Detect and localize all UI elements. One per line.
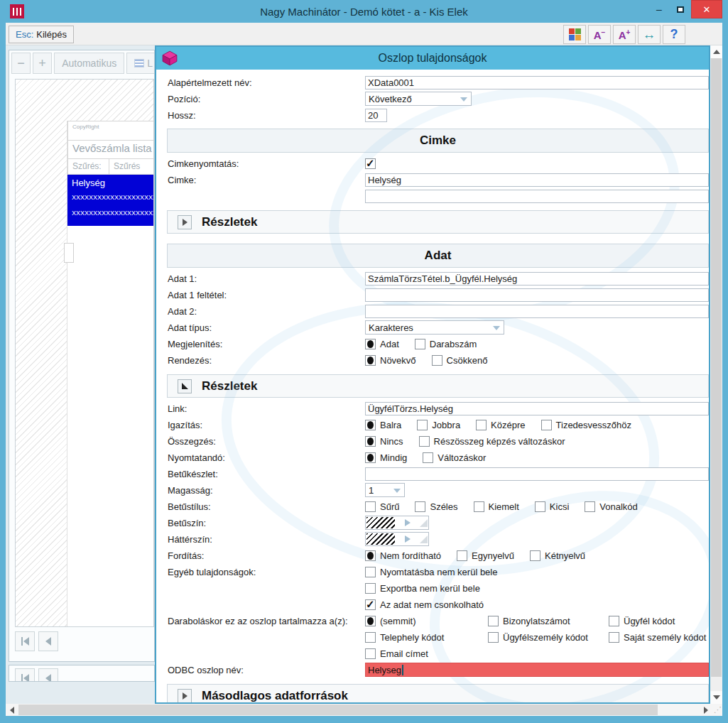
checkbox-icon[interactable] xyxy=(530,550,540,561)
option-email-cimet[interactable]: Email címet xyxy=(365,648,428,659)
checkbox-icon[interactable] xyxy=(457,550,467,561)
expand-button[interactable] xyxy=(178,689,192,703)
option-csokkeno[interactable]: Csökkenő xyxy=(432,355,488,366)
default-name-input[interactable] xyxy=(365,76,709,89)
option-kiemelt[interactable]: Kiemelt xyxy=(474,501,519,512)
zoom-in-button[interactable]: + xyxy=(33,53,52,74)
option-novekvo[interactable]: Növekvő xyxy=(365,355,416,366)
checkbox-icon[interactable] xyxy=(432,355,442,366)
radio-icon[interactable] xyxy=(365,550,376,561)
selected-column-block[interactable]: Helység XXXXXXXXXXXXXXXXXXXXXXXXXXXXXXXX… xyxy=(67,175,154,226)
minimize-button[interactable]: – xyxy=(648,0,670,18)
checkbox-icon[interactable] xyxy=(419,436,430,447)
option-darabszam[interactable]: Darabszám xyxy=(415,339,477,349)
help-button[interactable]: ? xyxy=(663,25,685,44)
checkbox-icon[interactable] xyxy=(365,632,376,643)
checkbox-icon[interactable] xyxy=(474,501,484,512)
option-adat[interactable]: Adat xyxy=(365,339,399,349)
option-balra[interactable]: Balra xyxy=(365,420,401,430)
scroll-down-button[interactable] xyxy=(710,691,722,704)
option-exportba-nem[interactable]: Exportba nem kerül bele xyxy=(365,583,480,594)
first-page-button[interactable] xyxy=(15,668,35,682)
option-kicsi[interactable]: Kicsi xyxy=(535,501,569,512)
option-sajat-szemely-kodot[interactable]: Saját személy kódot xyxy=(609,632,706,643)
list-view-button[interactable]: L xyxy=(126,53,155,74)
font-color-picker[interactable] xyxy=(365,516,429,530)
option-jobbra[interactable]: Jobbra xyxy=(417,420,460,430)
option-ketnyelvu[interactable]: Kétnyelvű xyxy=(530,550,585,561)
first-page-button[interactable] xyxy=(15,631,35,651)
report-page-preview[interactable]: CopyRight Vevőszámla lista Szűrés: Szűré… xyxy=(15,79,154,627)
option-tizedesvesszohoz[interactable]: Tizedesvesszőhöz xyxy=(541,420,631,430)
data2-input[interactable] xyxy=(365,305,709,318)
option-suru[interactable]: Sűrű xyxy=(365,501,399,512)
option-kozepre[interactable]: Középre xyxy=(476,420,525,430)
checkbox-icon[interactable] xyxy=(585,501,595,512)
radio-icon[interactable] xyxy=(365,436,376,447)
checkbox-icon[interactable] xyxy=(365,583,376,594)
option-semmit[interactable]: (semmit) xyxy=(365,616,472,626)
data-type-dropdown[interactable]: Karakteres xyxy=(365,320,504,335)
label-text2-input[interactable] xyxy=(365,190,709,203)
checkbox-icon[interactable] xyxy=(417,420,428,430)
link-input[interactable] xyxy=(365,402,709,415)
auto-zoom-button[interactable]: Automatikus xyxy=(54,53,124,74)
option-ugyfelszemely-kodot[interactable]: Ügyfélszemély kódot xyxy=(488,632,593,643)
close-button[interactable]: ✕ xyxy=(691,0,722,18)
data1-cond-input[interactable] xyxy=(365,288,709,302)
option-nem-fordithato[interactable]: Nem fordítható xyxy=(365,550,441,561)
dialog-header[interactable]: Oszlop tulajdonságok xyxy=(156,47,709,70)
checkbox-icon[interactable] xyxy=(365,648,376,659)
exit-button[interactable]: Esc: Kilépés xyxy=(9,26,74,43)
radio-icon[interactable] xyxy=(365,355,376,366)
checkbox-icon[interactable] xyxy=(609,616,619,626)
position-dropdown[interactable]: Következő xyxy=(365,92,472,106)
radio-icon[interactable] xyxy=(365,420,376,430)
expand-button[interactable] xyxy=(178,215,192,229)
radio-icon[interactable] xyxy=(365,339,376,349)
horizontal-scrollbar[interactable]: ⋰ xyxy=(6,704,722,716)
checkbox-icon[interactable] xyxy=(541,420,552,430)
scroll-right-button[interactable] xyxy=(700,704,712,716)
prev-page-button[interactable] xyxy=(38,631,58,651)
option-reszosszeg[interactable]: Részösszeg képzés változáskor xyxy=(419,436,565,447)
checkbox-icon[interactable] xyxy=(488,632,499,643)
option-egynyelvu[interactable]: Egynyelvű xyxy=(457,550,514,561)
vertical-scrollbar[interactable] xyxy=(710,45,722,704)
report-title-cell[interactable]: Vevőszámla lista xyxy=(67,140,154,158)
data1-input[interactable] xyxy=(365,272,709,286)
checkbox-icon[interactable] xyxy=(476,420,487,430)
checkbox-icon[interactable] xyxy=(535,501,545,512)
checkbox-icon[interactable] xyxy=(488,616,499,626)
checkbox-icon[interactable] xyxy=(415,339,425,349)
checkbox-icon[interactable] xyxy=(609,632,619,643)
option-mindig[interactable]: Mindig xyxy=(365,452,407,463)
option-bizonylatszamot[interactable]: Bizonylatszámot xyxy=(488,616,593,626)
back-color-picker[interactable] xyxy=(365,532,429,546)
scroll-up-button[interactable] xyxy=(710,45,722,58)
label-print-checkbox[interactable] xyxy=(365,158,376,169)
checkbox-icon[interactable] xyxy=(365,567,376,577)
zoom-out-button[interactable]: − xyxy=(11,53,31,74)
option-nem-csonkolhato[interactable]: Az adat nem csonkolható xyxy=(365,599,484,610)
font-decrease-button[interactable]: A− xyxy=(588,25,611,44)
vertical-scroll-thumb[interactable] xyxy=(711,58,722,677)
height-dropdown[interactable]: 1 xyxy=(365,483,405,497)
option-szeles[interactable]: Széles xyxy=(415,501,457,512)
palette-button[interactable] xyxy=(563,25,586,44)
font-increase-button[interactable]: A+ xyxy=(613,25,636,44)
prev-page-button[interactable] xyxy=(38,668,58,682)
odbc-name-input[interactable]: Helyseg xyxy=(365,663,709,677)
option-nincs[interactable]: Nincs xyxy=(365,436,403,447)
collapse-button[interactable] xyxy=(178,379,192,393)
report-copyright-cell[interactable]: CopyRight xyxy=(67,121,154,140)
maximize-button[interactable] xyxy=(670,0,691,18)
checkbox-icon[interactable] xyxy=(415,501,425,512)
resize-grip[interactable]: ⋰ xyxy=(713,705,722,714)
report-filter-row[interactable]: Szűrés: Szűrés xyxy=(67,158,154,175)
checkbox-icon[interactable] xyxy=(365,599,376,610)
length-input[interactable] xyxy=(365,109,387,122)
label-text-input[interactable] xyxy=(365,173,709,187)
radio-icon[interactable] xyxy=(365,452,376,463)
option-telephely-kodot[interactable]: Telephely kódot xyxy=(365,632,472,643)
